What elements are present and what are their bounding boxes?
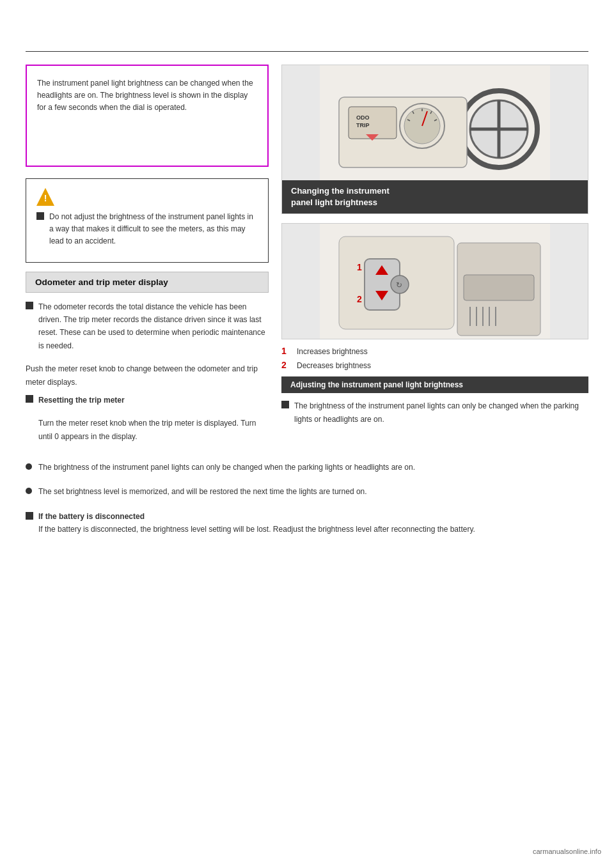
battery-bullet: If the battery is disconnected If the ba… [26, 510, 588, 536]
warning-bullet: Do not adjust the brightness of the inst… [36, 211, 258, 248]
svg-text:↻: ↻ [396, 281, 402, 290]
left-column: The instrument panel light brightness ca… [26, 65, 269, 448]
bullet-square-icon [26, 395, 33, 403]
label-2: 2 Decreases brightness [281, 360, 588, 371]
top-image-box: ODO TRIP [281, 65, 588, 214]
odometer-bullet: The odometer records the total distance … [26, 300, 269, 358]
circle-bullet-2-text: The set brightness level is memorized, a… [38, 485, 367, 498]
label-1: 1 Increases brightness [281, 346, 588, 357]
bullet-square-icon [281, 401, 289, 408]
battery-heading: If the battery is disconnected [38, 512, 145, 521]
odometer-bullet-text: The odometer records the total distance … [38, 300, 269, 353]
bullet-square-icon [26, 302, 33, 309]
top-image-caption-line1: Changing the instrument [291, 186, 390, 196]
svg-text:ODO: ODO [356, 114, 370, 121]
content-area: The instrument panel light brightness ca… [26, 65, 588, 448]
watermark: carmanualsonline.info [533, 848, 601, 855]
top-image-caption: Changing the instrument panel light brig… [282, 180, 588, 213]
label-2-num: 2 [281, 360, 292, 370]
purple-box: The instrument panel light brightness ca… [26, 65, 269, 167]
bullet-square-icon [36, 212, 44, 220]
label-1-text: Increases brightness [297, 346, 368, 357]
bottom-bullet: The brightness of the instrument panel l… [281, 399, 588, 431]
bullet-square-icon [26, 512, 33, 520]
odometer-section-heading: Odometer and trip meter display [26, 272, 269, 293]
circle-dot-icon [26, 488, 32, 494]
trip-reset-text: Turn the meter reset knob when the trip … [26, 417, 269, 443]
trip-reset-heading: Resetting the trip meter [38, 394, 125, 407]
battery-section-text: If the battery is disconnected If the ba… [38, 510, 475, 536]
odometer-extra-text: Push the meter reset knob to change betw… [26, 362, 269, 389]
battery-text: If the battery is disconnected, the brig… [38, 525, 475, 534]
dashboard-image: ODO TRIP [282, 65, 588, 180]
brightness-svg: 1 2 ↻ [282, 224, 588, 339]
brightness-dial-image: 1 2 ↻ [282, 224, 588, 339]
circle-dot-icon [26, 463, 32, 470]
circle-bullet-1: The brightness of the instrument panel l… [26, 461, 588, 479]
bottom-image-box: 1 2 ↻ [281, 223, 588, 339]
warning-header [36, 188, 258, 206]
bottom-bullet-text: The brightness of the instrument panel l… [294, 399, 588, 426]
circle-bullet-1-text: The brightness of the instrument panel l… [38, 461, 415, 474]
numbered-labels: 1 Increases brightness 2 Decreases brigh… [281, 346, 588, 371]
svg-text:2: 2 [357, 294, 362, 304]
purple-box-text: The instrument panel light brightness ca… [37, 77, 257, 114]
warning-box: Do not adjust the brightness of the inst… [26, 178, 269, 263]
label-1-num: 1 [281, 346, 292, 356]
full-width-bottom: The brightness of the instrument panel l… [26, 461, 588, 536]
svg-rect-28 [464, 275, 534, 300]
warning-triangle-icon [36, 188, 54, 206]
circle-bullet-2: The set brightness level is memorized, a… [26, 485, 588, 503]
partial-caption-bar: Adjusting the instrument panel light bri… [281, 376, 588, 393]
right-column: ODO TRIP [281, 65, 588, 448]
top-rule [26, 51, 588, 52]
dashboard-svg: ODO TRIP [282, 65, 588, 180]
top-image-caption-line2: panel light brightness [291, 198, 377, 207]
page-container: The instrument panel light brightness ca… [0, 0, 614, 868]
svg-text:1: 1 [357, 262, 362, 272]
svg-text:TRIP: TRIP [356, 122, 370, 128]
warning-text: Do not adjust the brightness of the inst… [49, 211, 258, 248]
label-2-text: Decreases brightness [297, 360, 371, 371]
trip-reset-bullet: Resetting the trip meter [26, 394, 269, 412]
